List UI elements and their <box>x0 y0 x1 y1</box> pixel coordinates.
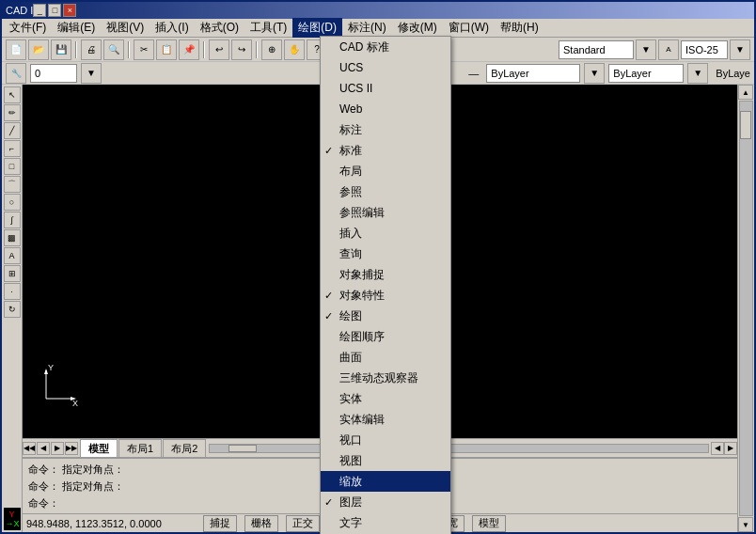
layer-dropdown[interactable]: 0 <box>30 64 77 83</box>
menu-tools[interactable]: 工具(T) <box>244 18 292 38</box>
menu-edit[interactable]: 编辑(E) <box>52 18 101 38</box>
menu-ucs2[interactable]: UCS II <box>321 78 450 99</box>
tab-nav-next[interactable]: ▶ <box>51 442 64 455</box>
print-button[interactable]: 🖨 <box>81 39 102 60</box>
menu-format[interactable]: 格式(O) <box>195 18 244 38</box>
menu-charu[interactable]: 插入 <box>321 223 450 243</box>
lt-circle[interactable]: ○ <box>4 194 21 211</box>
tab-nav-first[interactable]: ◀◀ <box>23 442 36 455</box>
menu-shitu[interactable]: 视图 <box>321 450 450 471</box>
lt-polyline[interactable]: ⌐ <box>4 140 21 157</box>
menu-wenzi[interactable]: 文字 <box>321 512 450 533</box>
lt-rotate[interactable]: ↻ <box>4 301 21 318</box>
menu-shikou[interactable]: 视口 <box>321 430 450 450</box>
layer-dd-btn[interactable]: ▼ <box>81 63 102 84</box>
menu-canzhaobianj[interactable]: 参照编辑 <box>321 202 450 223</box>
tab-model[interactable]: 模型 <box>80 439 118 458</box>
scroll-down[interactable]: ▼ <box>738 517 753 532</box>
h-scroll-thumb[interactable] <box>228 445 257 452</box>
v-scroll-track[interactable] <box>739 101 753 516</box>
copy-button[interactable]: 📋 <box>156 39 177 60</box>
save-button[interactable]: 💾 <box>51 39 71 60</box>
menu-insert[interactable]: 插入(I) <box>150 18 194 38</box>
undo-button[interactable]: ↩ <box>209 39 229 60</box>
menu-help[interactable]: 帮助(H) <box>495 18 544 38</box>
lt-spline[interactable]: ∫ <box>4 212 21 228</box>
lt-erase[interactable]: ✏ <box>4 104 21 121</box>
menu-buju[interactable]: 布局 <box>321 161 450 181</box>
menu-huitu[interactable]: 绘图 <box>321 306 450 326</box>
preview-button[interactable]: 🔍 <box>103 39 124 60</box>
menu-shiti[interactable]: 实体 <box>321 388 450 409</box>
menu-canzhao[interactable]: 参照 <box>321 181 450 202</box>
lt-select[interactable]: ↖ <box>4 86 21 103</box>
scroll-up[interactable]: ▲ <box>738 85 753 100</box>
zoom-button[interactable]: ⊕ <box>261 39 282 60</box>
open-button[interactable]: 📂 <box>28 39 49 60</box>
bylayer2-dd-btn[interactable]: ▼ <box>687 63 708 84</box>
menu-file[interactable]: 文件(F) <box>4 18 52 38</box>
menu-biaozhun[interactable]: 标准 <box>321 140 450 161</box>
title-bar: CAD I _ □ × <box>2 2 754 19</box>
paste-button[interactable]: 📌 <box>179 39 199 60</box>
v-scroll-thumb[interactable] <box>740 111 751 139</box>
menu-ucs[interactable]: UCS <box>321 57 450 78</box>
menu-shitibianji[interactable]: 实体编辑 <box>321 409 450 430</box>
status-model[interactable]: 模型 <box>472 515 506 532</box>
tab-layout1[interactable]: 布局1 <box>118 439 162 458</box>
layer-icon: 🔧 <box>6 63 26 84</box>
h-scroll-track[interactable] <box>209 444 709 453</box>
status-snap[interactable]: 捕捉 <box>203 515 237 532</box>
menu-web[interactable]: Web <box>321 99 450 119</box>
style-dropdown[interactable]: Standard <box>559 40 634 59</box>
lt-rect[interactable]: □ <box>4 158 21 175</box>
menu-window[interactable]: 窗口(W) <box>443 18 495 38</box>
scroll-left[interactable]: ◀ <box>711 442 724 455</box>
maximize-button[interactable]: □ <box>48 4 61 17</box>
menu-suofang[interactable]: 缩放 <box>321 471 450 492</box>
cut-button[interactable]: ✂ <box>134 39 154 60</box>
menu-3dobs[interactable]: 三维动态观察器 <box>321 368 450 388</box>
minimize-button[interactable]: _ <box>33 4 46 17</box>
lt-block[interactable]: ⊞ <box>4 265 21 282</box>
title-text: CAD I <box>6 5 33 16</box>
lt-text[interactable]: A <box>4 247 21 264</box>
svg-text:X: X <box>72 399 78 408</box>
status-grid[interactable]: 栅格 <box>244 515 278 532</box>
bylayer3-label: ByLaye <box>716 68 750 79</box>
menu-duixiangtexin[interactable]: 对象特性 <box>321 285 450 306</box>
menu-huitushunxu[interactable]: 绘图顺序 <box>321 326 450 347</box>
close-button[interactable]: × <box>63 4 76 17</box>
menu-duixiangbuzhu[interactable]: 对象捕捉 <box>321 264 450 285</box>
menu-qumian[interactable]: 曲面 <box>321 347 450 368</box>
redo-button[interactable]: ↪ <box>231 39 252 60</box>
lt-hatch[interactable]: ▩ <box>4 229 21 246</box>
menu-draw[interactable]: 绘图(D) <box>292 18 342 38</box>
lt-line[interactable]: ╱ <box>4 122 21 139</box>
status-ortho[interactable]: 正交 <box>286 515 320 532</box>
tab-nav-btns: ◀◀ ◀ ▶ ▶▶ <box>23 442 78 455</box>
style-dd-btn[interactable]: ▼ <box>636 39 656 60</box>
scroll-right[interactable]: ▶ <box>724 442 737 455</box>
bylayer-label: — <box>468 68 479 79</box>
tab-nav-prev[interactable]: ◀ <box>37 442 50 455</box>
bylayer-dd-btn[interactable]: ▼ <box>584 63 605 84</box>
tab-layout2[interactable]: 布局2 <box>163 439 206 458</box>
tab-nav-last[interactable]: ▶▶ <box>65 442 78 455</box>
lt-point[interactable]: · <box>4 283 21 300</box>
menu-chaxun[interactable]: 查询 <box>321 243 450 264</box>
v-scroll-area: ▲ ▼ <box>737 85 754 532</box>
size-dd-btn[interactable]: ▼ <box>730 39 750 60</box>
menu-biaozu[interactable]: 标注 <box>321 119 450 140</box>
bylayer-dropdown[interactable]: ByLayer <box>486 64 580 83</box>
menu-modify[interactable]: 修改(M) <box>392 18 443 38</box>
size-dropdown[interactable]: ISO-25 <box>681 40 728 59</box>
menu-view[interactable]: 视图(V) <box>101 18 150 38</box>
menu-tuceng[interactable]: 图层 <box>321 492 450 512</box>
bylayer2-dropdown[interactable]: ByLayer <box>608 64 684 83</box>
menu-cad-standard[interactable]: CAD 标准 <box>321 37 450 57</box>
menu-dimension[interactable]: 标注(N) <box>342 18 392 38</box>
new-button[interactable]: 📄 <box>6 39 26 60</box>
pan-button[interactable]: ✋ <box>284 39 305 60</box>
lt-arc[interactable]: ⌒ <box>4 176 21 193</box>
